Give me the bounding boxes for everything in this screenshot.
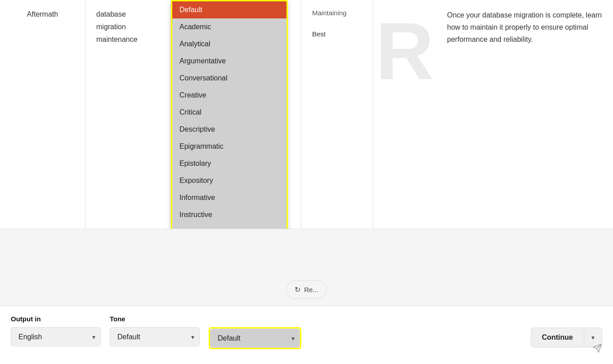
aftermath-text: Aftermath [27, 9, 58, 20]
dropdown-item-analytical[interactable]: Analytical [172, 36, 286, 53]
bottom-bar: Output in English Spanish French German … [0, 306, 613, 364]
col4-best: Best [312, 30, 362, 38]
dropdown-item-creative[interactable]: Creative [172, 87, 286, 104]
continue-btn-margin: Continue ▾ [531, 328, 602, 347]
regenerate-label: Re... [304, 286, 318, 293]
output-group: Output in English Spanish French German … [11, 315, 101, 346]
tone-group: Tone Default Academic Analytical ▾ [110, 315, 200, 346]
output-label: Output in [11, 315, 101, 323]
dropdown-item-conversational[interactable]: Conversational [172, 70, 286, 87]
continue-button[interactable]: Continue ▾ [531, 328, 602, 347]
regenerate-button[interactable]: ↻ Re... [286, 280, 327, 299]
output-select[interactable]: English Spanish French German [11, 327, 101, 346]
continue-label: Continue [531, 328, 584, 347]
send-icon[interactable] [592, 343, 602, 356]
col4-header: Maintaining [312, 9, 362, 17]
continue-btn-wrapper: Continue ▾ [531, 315, 602, 347]
style-group: Style Default Academic Analytical ▾ [209, 315, 301, 349]
output-select-wrapper: English Spanish French German ▾ [11, 327, 101, 346]
dropdown-item-argumentative[interactable]: Argumentative [172, 53, 286, 70]
description-text: Once your database migration is complete… [447, 9, 602, 46]
dropdown-item-epigrammatic[interactable]: Epigrammatic [172, 138, 286, 155]
col-description: Once your database migration is complete… [436, 0, 613, 229]
refresh-icon: ↻ [295, 285, 300, 294]
dropdown-item-descriptive[interactable]: Descriptive [172, 121, 286, 138]
col-dropdown-area: Informational Default Academic Analytica… [171, 0, 301, 229]
regen-area: ↻ Re... [286, 280, 327, 299]
col-maintaining: Maintaining Best [301, 0, 373, 229]
col-icon: R [373, 0, 436, 229]
table-area: Aftermath database migration maintenance… [0, 0, 613, 229]
dropdown-item-default[interactable]: Default [172, 1, 286, 18]
dropdown-item-academic[interactable]: Academic [172, 18, 286, 36]
dropdown-item-expository[interactable]: Expository [172, 172, 286, 189]
style-select[interactable]: Default Academic Analytical [210, 328, 300, 348]
tone-dropdown-open[interactable]: Default Academic Analytical Argumentativ… [171, 0, 288, 229]
db-line2: migration [96, 22, 160, 32]
tone-select-wrapper: Default Academic Analytical ▾ [110, 327, 200, 346]
db-line3: maintenance [96, 34, 160, 45]
tone-label: Tone [110, 315, 200, 323]
dropdown-item-journalistic[interactable]: Journalistic [172, 223, 286, 229]
dropdown-item-instructive[interactable]: Instructive [172, 206, 286, 223]
dropdown-item-critical[interactable]: Critical [172, 104, 286, 121]
db-line1: database [96, 9, 160, 20]
dropdown-item-informative[interactable]: Informative [172, 189, 286, 206]
main-content: Aftermath database migration maintenance… [0, 0, 613, 364]
col-database: database migration maintenance [85, 0, 171, 229]
dropdown-item-epistolary[interactable]: Epistolary [172, 155, 286, 172]
controls-row: Output in English Spanish French German … [11, 315, 602, 349]
col-aftermath: Aftermath [0, 0, 85, 229]
tone-select[interactable]: Default Academic Analytical [110, 327, 200, 346]
style-select-wrapper: Default Academic Analytical ▾ [209, 327, 301, 349]
bg-watermark: R [376, 4, 434, 98]
